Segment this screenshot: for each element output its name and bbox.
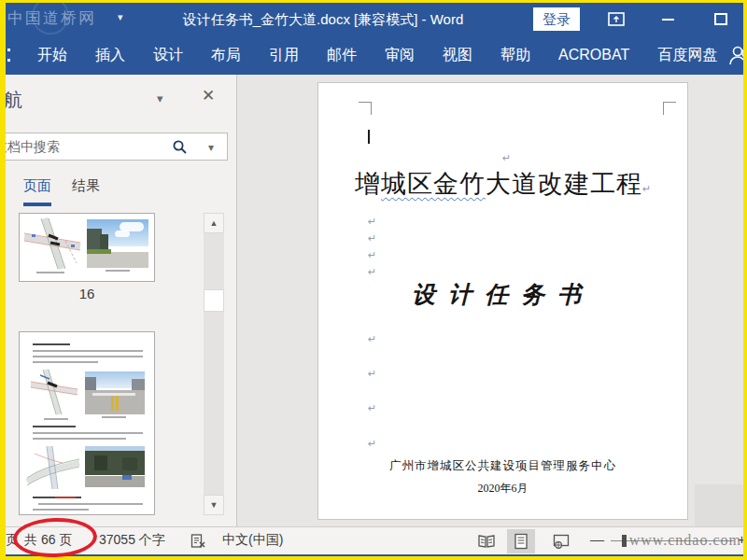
paragraph-mark: ↵ bbox=[368, 438, 376, 450]
margin-cropmark-topleft bbox=[359, 102, 372, 115]
print-layout-icon bbox=[514, 533, 529, 550]
title-bar: 中国道桥网 ▾ 设计任务书_金竹大道.docx [兼容模式] - Word 登录 bbox=[6, 3, 743, 35]
heading-spellcheck-wavy: 城区金竹 bbox=[381, 170, 486, 198]
word-count-indicator[interactable]: 37055 个字 bbox=[99, 532, 165, 549]
heading-pre: 增 bbox=[355, 170, 381, 198]
tab-help[interactable]: 帮助 bbox=[500, 46, 530, 65]
navigation-close-icon[interactable]: ✕ bbox=[202, 86, 215, 105]
paragraph-mark: ↵ bbox=[368, 402, 376, 414]
trees-photo bbox=[85, 446, 145, 487]
document-area: ↵ 增城区金竹大道改建工程↵ ↵ ↵ ↵ ↵ 设计任务书 ↵ ↵ ↵ ↵ 广州市… bbox=[237, 75, 743, 526]
intersection-plan-sketch bbox=[22, 217, 84, 273]
road-photo bbox=[87, 219, 148, 268]
document-page[interactable]: ↵ 增城区金竹大道改建工程↵ ↵ ↵ ↵ ↵ 设计任务书 ↵ ↵ ↵ ↵ 广州市… bbox=[317, 82, 688, 520]
paragraph-mark: ↵ bbox=[368, 216, 376, 228]
paragraph-mark: ↵ bbox=[368, 266, 376, 278]
document-heading: 增城区金竹大道改建工程↵ bbox=[318, 167, 687, 201]
scrollbar-thumb[interactable] bbox=[204, 289, 224, 312]
document-organization: 广州市增城区公共建设项目管理服务中心 bbox=[318, 458, 687, 474]
navigation-pane-title-clip: 导航 bbox=[6, 88, 62, 114]
document-date: 2020年6月 bbox=[318, 481, 687, 497]
heading-post: 大道改建工程 bbox=[486, 170, 642, 198]
file-tab-fragment[interactable] bbox=[7, 49, 11, 62]
tab-design[interactable]: 设计 bbox=[153, 46, 183, 65]
read-mode-button[interactable] bbox=[472, 529, 500, 553]
tab-baidu-netdisk[interactable]: 百度网盘 bbox=[657, 46, 717, 65]
maximize-button[interactable] bbox=[708, 3, 734, 35]
nav-tab-pages[interactable]: 页面 bbox=[23, 177, 51, 206]
web-layout-button[interactable] bbox=[547, 529, 575, 553]
street-photo bbox=[85, 371, 145, 414]
zoom-slider-thumb[interactable] bbox=[622, 535, 627, 547]
search-icon[interactable] bbox=[172, 139, 188, 155]
page-thumbnail-17[interactable] bbox=[19, 331, 155, 515]
curved-road-plan-sketch bbox=[25, 444, 81, 491]
ribbon-display-options-button[interactable] bbox=[603, 3, 629, 35]
tab-layout[interactable]: 布局 bbox=[211, 46, 241, 65]
word-window: 中国道桥网 ▾ 设计任务书_金竹大道.docx [兼容模式] - Word 登录… bbox=[6, 3, 743, 556]
text-cursor bbox=[368, 130, 370, 144]
navigation-tabs: 页面 结果 bbox=[23, 177, 100, 206]
paragraph-mark: ↵ bbox=[502, 152, 511, 164]
document-subtitle: 设计任务书 bbox=[318, 279, 687, 310]
maximize-icon bbox=[714, 13, 727, 25]
navigation-pane: 导航 ▾ ✕ 在文档中搜索 ▾ 页面 结果 bbox=[6, 75, 236, 526]
search-options-caret-icon[interactable]: ▾ bbox=[208, 141, 214, 154]
document-scroll-corner[interactable] bbox=[695, 484, 743, 526]
tab-references[interactable]: 引用 bbox=[269, 46, 299, 65]
scroll-down-icon[interactable]: ▼ bbox=[204, 495, 224, 515]
zoom-out-button[interactable]: — bbox=[590, 531, 604, 547]
tab-review[interactable]: 审阅 bbox=[385, 46, 415, 65]
tab-view[interactable]: 视图 bbox=[443, 46, 472, 65]
paragraph-mark: ↵ bbox=[642, 183, 651, 194]
share-person-icon[interactable] bbox=[729, 45, 743, 65]
minimize-button[interactable] bbox=[655, 3, 681, 35]
page-thumbnail-16-label: 16 bbox=[19, 286, 155, 301]
paragraph-mark: ↵ bbox=[368, 232, 376, 245]
total-pages-indicator[interactable]: 共 66 页 bbox=[24, 532, 72, 549]
search-placeholder: 在文档中搜索 bbox=[6, 139, 60, 156]
page-thumbnail-16[interactable] bbox=[19, 213, 155, 282]
site-watermark-bottom: www.cndao.com bbox=[629, 532, 741, 549]
ribbon-tab-row: 开始 插入 设计 布局 引用 邮件 审阅 视图 帮助 ACROBAT 百度网盘 … bbox=[6, 35, 743, 75]
paragraph-mark: ↵ bbox=[368, 368, 376, 380]
print-layout-button[interactable] bbox=[507, 529, 535, 553]
language-indicator[interactable]: 中文(中国) bbox=[222, 532, 283, 549]
thumbnail-scrollbar[interactable]: ▲ ▼ bbox=[204, 213, 224, 515]
intersection-plan-sketch-2 bbox=[27, 368, 81, 416]
tab-insert[interactable]: 插入 bbox=[95, 46, 125, 65]
minimize-icon bbox=[662, 19, 674, 21]
workspace: 导航 ▾ ✕ 在文档中搜索 ▾ 页面 结果 bbox=[6, 75, 743, 526]
tab-mailings[interactable]: 邮件 bbox=[327, 46, 357, 65]
nav-tab-results[interactable]: 结果 bbox=[72, 177, 100, 206]
tab-home[interactable]: 开始 bbox=[37, 46, 67, 65]
ribbon-display-options-icon bbox=[608, 12, 625, 26]
page-indicator-fragment[interactable]: 页 bbox=[6, 532, 19, 549]
document-search-input[interactable]: 在文档中搜索 ▾ bbox=[6, 133, 228, 161]
login-button[interactable]: 登录 bbox=[533, 7, 580, 31]
status-bar: 页 共 66 页 37055 个字 中文(中国) bbox=[6, 526, 743, 554]
scroll-up-icon[interactable]: ▲ bbox=[204, 213, 224, 233]
navigation-options-caret-icon[interactable]: ▾ bbox=[157, 91, 163, 105]
screenshot-frame: 中国道桥网 ▾ 设计任务书_金竹大道.docx [兼容模式] - Word 登录… bbox=[0, 0, 747, 560]
proofing-errors-icon[interactable] bbox=[190, 533, 206, 549]
navigation-pane-title: 导航 bbox=[6, 88, 22, 113]
web-layout-icon bbox=[553, 534, 570, 549]
read-mode-icon bbox=[477, 534, 496, 549]
window-bottom-border bbox=[6, 554, 743, 556]
tab-acrobat[interactable]: ACROBAT bbox=[558, 47, 629, 63]
paragraph-mark: ↵ bbox=[368, 249, 376, 261]
margin-cropmark-topright bbox=[663, 102, 676, 115]
paragraph-mark: ↵ bbox=[368, 333, 376, 345]
